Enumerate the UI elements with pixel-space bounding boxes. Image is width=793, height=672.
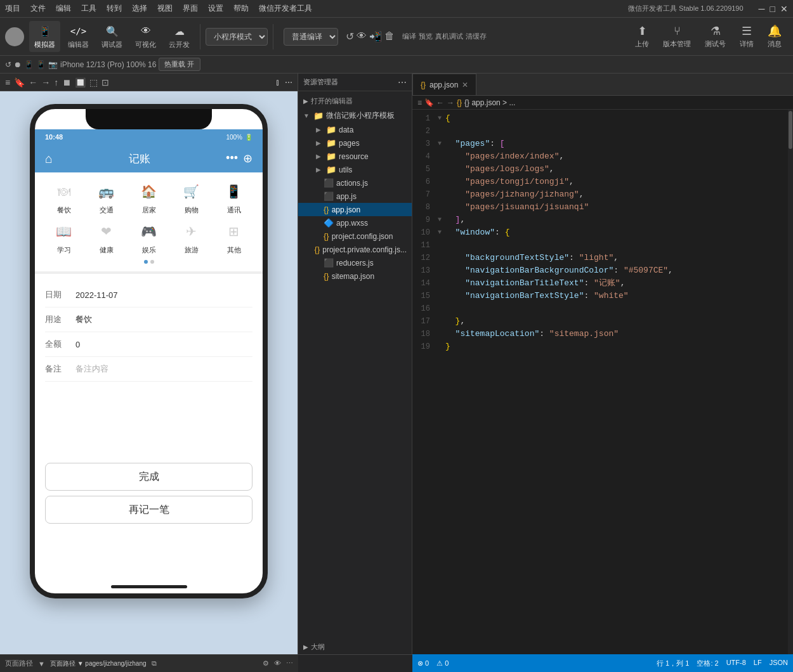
folder-pages[interactable]: ▶ 📁 pages [298, 136, 412, 150]
screenshot-icon[interactable]: 📷 [48, 60, 58, 69]
category-item-shopping[interactable]: 🛒 购物 [173, 180, 211, 215]
hot-reload-button[interactable]: 热重载 开 [159, 58, 200, 71]
sim-toolbar-icon-5[interactable]: ↑ [54, 77, 58, 87]
category-item-health[interactable]: ❤ 健康 [88, 220, 126, 255]
code-editor[interactable]: 1 ▼ { 2 3 ▼ "pages": [ 4 [412, 110, 788, 654]
again-button[interactable]: 再记一笔 [45, 496, 252, 524]
category-item-transport[interactable]: 🚌 交通 [88, 180, 126, 215]
menu-item-tools[interactable]: 工具 [81, 3, 96, 14]
visual-button[interactable]: 👁 可视化 [130, 21, 161, 52]
close-icon[interactable]: ✕ [780, 4, 788, 14]
version-button[interactable]: ⑂ 版本管理 [657, 22, 697, 51]
test-button[interactable]: ⚗ 测试号 [698, 22, 732, 51]
minimize-icon[interactable]: ─ [759, 4, 765, 14]
upload-button[interactable]: ⬆ 上传 [629, 22, 655, 51]
phone-landscape-icon[interactable]: 📱 [36, 60, 46, 69]
menu-item-help[interactable]: 帮助 [233, 3, 249, 14]
category-item-travel[interactable]: ✈ 旅游 [173, 220, 211, 255]
eye-icon[interactable]: 👁 [274, 659, 281, 668]
fold-10[interactable]: ▼ [438, 226, 445, 239]
nav-more-icon[interactable]: ••• [226, 152, 238, 165]
compile-select[interactable]: 普通编译 [284, 28, 338, 46]
device-label[interactable]: iPhone 12/13 (Pro) 100% 16 [60, 60, 156, 69]
file-project-config[interactable]: {} project.config.json [298, 229, 412, 243]
menu-item-edit[interactable]: 编辑 [56, 3, 71, 14]
menu-item-goto[interactable]: 转到 [107, 3, 122, 14]
done-button[interactable]: 完成 [45, 463, 252, 491]
sim-toolbar-icon-4[interactable]: → [41, 77, 50, 87]
device-icon[interactable]: 📲 [369, 30, 382, 42]
bookmark-icon[interactable]: 🔖 [424, 98, 434, 107]
rotate-icon[interactable]: ↺ [5, 60, 11, 69]
category-item-other[interactable]: ⊞ 其他 [215, 220, 253, 255]
file-actionsjs[interactable]: ⬛ actions.js [298, 176, 412, 190]
folder-resource[interactable]: ▶ 📁 resource [298, 150, 412, 163]
menu-item-file[interactable]: 文件 [30, 3, 46, 14]
menu-item-settings[interactable]: 设置 [208, 3, 223, 14]
more-status-icon[interactable]: ⋯ [286, 659, 293, 668]
fold-1[interactable]: ▼ [438, 112, 445, 125]
file-reducersjs[interactable]: ⬛ reducers.js [298, 256, 412, 269]
tree-spacer [298, 285, 412, 640]
section-outline[interactable]: ▶ 大纲 [298, 640, 412, 654]
file-appwxss[interactable]: 🔷 app.wxss [298, 216, 412, 229]
menu-item-project[interactable]: 项目 [5, 3, 20, 14]
cloud-button[interactable]: ☁ 云开发 [164, 21, 195, 52]
sim-toolbar-icon-3[interactable]: ← [29, 77, 37, 87]
editor-tab-appjson[interactable]: {} app.json ✕ [412, 74, 476, 95]
category-item-food[interactable]: 🍽 餐饮 [45, 180, 83, 215]
clean-icon[interactable]: 🗑 [384, 30, 395, 42]
fold-9[interactable]: ▼ [438, 214, 445, 226]
sim-toolbar-icon-1[interactable]: ≡ [5, 77, 10, 87]
menu-item-select[interactable]: 选择 [132, 3, 147, 14]
record-icon[interactable]: ⏺ [14, 60, 22, 69]
message-button[interactable]: 🔔 消息 [761, 22, 788, 51]
editor-button[interactable]: </> 编辑器 [63, 21, 94, 52]
back-icon[interactable]: ← [436, 98, 444, 107]
detail-button[interactable]: ☰ 详情 [733, 22, 760, 51]
copy-icon[interactable]: ⧉ [152, 659, 157, 668]
sim-toolbar-icon-6[interactable]: ⏹ [62, 77, 71, 87]
settings-icon[interactable]: ⚙ [263, 659, 269, 668]
menu-item-wechat[interactable]: 微信开发者工具 [259, 3, 312, 14]
home-nav-icon[interactable]: ⌂ [45, 152, 53, 166]
sim-toolbar-icon-8[interactable]: ⬚ [89, 77, 98, 87]
folder-utils[interactable]: ▶ 📁 utils [298, 163, 412, 176]
category-item-entertainment[interactable]: 🎮 娱乐 [130, 220, 168, 255]
nav-add-icon[interactable]: ⊕ [243, 152, 252, 165]
maximize-icon[interactable]: □ [770, 4, 775, 14]
file-project-private[interactable]: {} project.private.config.js... [298, 243, 412, 256]
page-path-dropdown[interactable]: ▼ [38, 660, 45, 668]
sim-toolbar-icon-9[interactable]: ⊡ [102, 77, 109, 87]
editor-scrollbar[interactable] [788, 110, 793, 654]
debugger-button[interactable]: 🔍 调试器 [96, 21, 128, 52]
category-item-comm[interactable]: 📱 通讯 [215, 180, 253, 215]
sim-toolbar-icon-2[interactable]: 🔖 [14, 77, 25, 87]
menu-item-interface[interactable]: 界面 [183, 3, 198, 14]
menu-item-view[interactable]: 视图 [157, 3, 173, 14]
split-icon[interactable]: ⫿ [276, 78, 280, 87]
sim-toolbar-icon-7[interactable]: 🔲 [75, 77, 86, 87]
mode-select[interactable]: 小程序模式 [206, 28, 268, 46]
category-item-study[interactable]: 📖 学习 [45, 220, 83, 255]
section-open-editors[interactable]: ▶ 打开的编辑器 [298, 94, 412, 108]
folder-data[interactable]: ▶ 📁 data [298, 123, 412, 136]
explorer-header: 资源管理器 ⋯ [298, 74, 412, 91]
resource-arrow-icon: ▶ [316, 153, 324, 160]
preview-icon[interactable]: 👁 [357, 30, 367, 42]
file-appjson[interactable]: {} app.json [298, 203, 412, 216]
file-sitemapjson[interactable]: {} sitemap.json [298, 269, 412, 283]
forward-icon[interactable]: → [447, 98, 454, 107]
fold-3[interactable]: ▼ [438, 138, 445, 150]
phone-portrait-icon[interactable]: 📱 [24, 60, 34, 69]
hamburger-icon[interactable]: ≡ [417, 98, 422, 107]
category-item-home[interactable]: 🏠 居家 [130, 180, 168, 215]
tab-close-icon[interactable]: ✕ [462, 81, 468, 89]
file-appjs[interactable]: ⬛ app.js [298, 190, 412, 203]
project-root[interactable]: ▼ 📁 微信记账小程序模板 [298, 108, 412, 123]
more-icon[interactable]: ⋯ [285, 78, 292, 87]
explorer-more-icon[interactable]: ⋯ [398, 77, 407, 87]
simulator-button[interactable]: 📱 模拟器 [29, 21, 60, 52]
refresh-icon[interactable]: ↺ [346, 30, 354, 42]
breadcrumb-file-icon: {} [457, 98, 462, 107]
